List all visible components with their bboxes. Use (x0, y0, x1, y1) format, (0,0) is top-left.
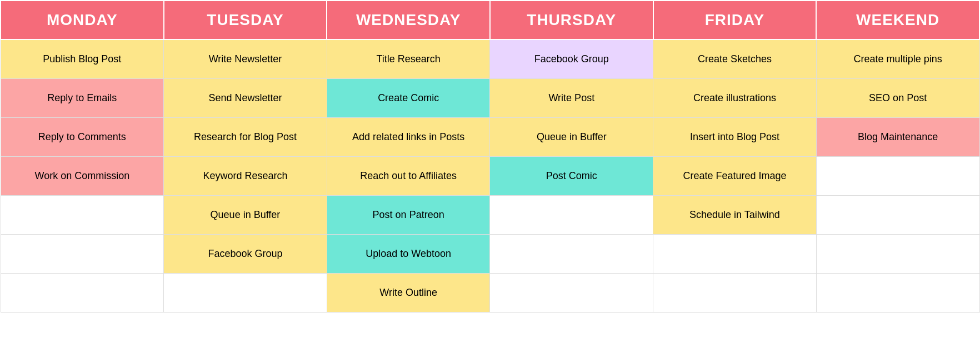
cell-tuesday-row4: Queue in Buffer (164, 195, 327, 234)
cell-friday-row4: Schedule in Tailwind (653, 195, 817, 234)
cell-friday-row6 (653, 273, 817, 312)
cell-friday-row2: Insert into Blog Post (653, 117, 817, 156)
cell-tuesday-row0: Write Newsletter (164, 39, 327, 78)
cell-tuesday-row5: Facebook Group (164, 234, 327, 273)
cell-thursday-row2: Queue in Buffer (490, 117, 653, 156)
cell-thursday-row3: Post Comic (490, 156, 653, 195)
header-tuesday: TUESDAY (164, 1, 327, 39)
cell-wednesday-row2: Add related links in Posts (327, 117, 490, 156)
header-thursday: THURSDAY (490, 1, 653, 39)
cell-wednesday-row0: Title Research (327, 39, 490, 78)
cell-thursday-row6 (490, 273, 653, 312)
cell-thursday-row5 (490, 234, 653, 273)
cell-weekend-row1: SEO on Post (816, 78, 979, 117)
cell-weekend-row0: Create multiple pins (816, 39, 979, 78)
weekly-calendar: MONDAY TUESDAY WEDNESDAY THURSDAY FRIDAY… (0, 0, 980, 313)
cell-monday-row5 (1, 234, 164, 273)
cell-thursday-row4 (490, 195, 653, 234)
cell-wednesday-row3: Reach out to Affiliates (327, 156, 490, 195)
cell-wednesday-row1: Create Comic (327, 78, 490, 117)
header-wednesday: WEDNESDAY (327, 1, 490, 39)
cell-monday-row4 (1, 195, 164, 234)
cell-thursday-row0: Facebook Group (490, 39, 653, 78)
cell-wednesday-row5: Upload to Webtoon (327, 234, 490, 273)
cell-weekend-row5 (816, 234, 979, 273)
cell-weekend-row3 (816, 156, 979, 195)
cell-friday-row5 (653, 234, 817, 273)
cell-tuesday-row3: Keyword Research (164, 156, 327, 195)
cell-monday-row0: Publish Blog Post (1, 39, 164, 78)
cell-monday-row1: Reply to Emails (1, 78, 164, 117)
cell-wednesday-row4: Post on Patreon (327, 195, 490, 234)
cell-weekend-row2: Blog Maintenance (816, 117, 979, 156)
cell-tuesday-row2: Research for Blog Post (164, 117, 327, 156)
header-weekend: WEEKEND (816, 1, 979, 39)
cell-friday-row1: Create illustrations (653, 78, 817, 117)
cell-wednesday-row6: Write Outline (327, 273, 490, 312)
cell-monday-row3: Work on Commission (1, 156, 164, 195)
cell-monday-row2: Reply to Comments (1, 117, 164, 156)
header-friday: FRIDAY (653, 1, 817, 39)
cell-weekend-row4 (816, 195, 979, 234)
cell-thursday-row1: Write Post (490, 78, 653, 117)
cell-friday-row3: Create Featured Image (653, 156, 817, 195)
cell-weekend-row6 (816, 273, 979, 312)
cell-tuesday-row6 (164, 273, 327, 312)
cell-friday-row0: Create Sketches (653, 39, 817, 78)
cell-monday-row6 (1, 273, 164, 312)
header-monday: MONDAY (1, 1, 164, 39)
cell-tuesday-row1: Send Newsletter (164, 78, 327, 117)
